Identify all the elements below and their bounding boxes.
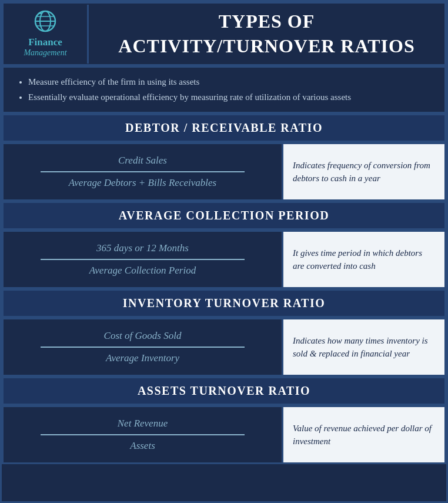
- main-title: TYPES OF ACTIVITY/TURNOVER RATIOS: [98, 9, 436, 58]
- section-header-1: AVERAGE COLLECTION PERIOD: [2, 201, 446, 230]
- formula-denominator-1: Average Collection Period: [89, 265, 196, 277]
- intro-section: Measure efficiency of the firm in using …: [2, 66, 446, 114]
- ratio-description-3: Value of revenue achieved per dollar of …: [283, 407, 444, 462]
- formula-denominator-0: Average Debtors + Bills Receivables: [69, 177, 216, 189]
- formula-numerator-2: Cost of Goods Sold: [104, 330, 182, 342]
- ratio-formula-0: Credit Sales Average Debtors + Bills Rec…: [4, 144, 283, 199]
- ratio-formula-1: 365 days or 12 Months Average Collection…: [4, 232, 283, 287]
- formula-denominator-3: Assets: [130, 440, 155, 452]
- intro-item-2: Essentially evaluate operational efficie…: [28, 90, 433, 105]
- section-header-text-1: AVERAGE COLLECTION PERIOD: [119, 209, 329, 222]
- ratio-row-1: 365 days or 12 Months Average Collection…: [2, 230, 446, 289]
- section-header-text-2: INVENTORY TURNOVER RATIO: [123, 297, 326, 309]
- section-header-0: DEBTOR / RECEIVABLE RATIO: [2, 114, 446, 142]
- ratio-description-text-3: Value of revenue achieved per dollar of …: [293, 422, 435, 448]
- formula-numerator-0: Credit Sales: [118, 155, 167, 166]
- ratio-row-2: Cost of Goods Sold Average Inventory Ind…: [2, 318, 446, 377]
- logo-text-management: Management: [24, 48, 66, 58]
- ratio-description-0: Indicates frequency of conversion from d…: [283, 144, 444, 199]
- logo-box: Finance Management: [4, 5, 89, 64]
- formula-divider-2: [41, 347, 244, 348]
- ratio-formula-2: Cost of Goods Sold Average Inventory: [4, 319, 283, 375]
- formula-denominator-2: Average Inventory: [106, 352, 179, 364]
- ratio-description-1: It gives time period in which debtors ar…: [283, 232, 444, 287]
- logo-text-finance: Finance: [28, 36, 62, 48]
- section-header-text-0: DEBTOR / RECEIVABLE RATIO: [125, 121, 323, 134]
- ratio-formula-3: Net Revenue Assets: [4, 407, 283, 462]
- intro-list: Measure efficiency of the firm in using …: [15, 75, 433, 105]
- ratio-description-text-2: Indicates how many times inventory is so…: [293, 334, 435, 361]
- logo-icon: [34, 10, 56, 36]
- ratio-row-3: Net Revenue Assets Value of revenue achi…: [2, 405, 446, 464]
- formula-numerator-1: 365 days or 12 Months: [96, 242, 189, 254]
- main-title-box: TYPES OF ACTIVITY/TURNOVER RATIOS: [89, 4, 444, 64]
- intro-item-1: Measure efficiency of the firm in using …: [28, 75, 433, 90]
- ratio-row-0: Credit Sales Average Debtors + Bills Rec…: [2, 142, 446, 201]
- formula-divider-3: [41, 434, 244, 435]
- formula-numerator-3: Net Revenue: [118, 418, 168, 429]
- ratio-description-text-1: It gives time period in which debtors ar…: [293, 246, 435, 273]
- formula-divider-1: [41, 259, 244, 260]
- section-header-2: INVENTORY TURNOVER RATIO: [2, 289, 446, 318]
- section-header-3: ASSETS TURNOVER RATIO: [2, 377, 446, 405]
- ratio-description-2: Indicates how many times inventory is so…: [283, 319, 444, 375]
- section-header-text-3: ASSETS TURNOVER RATIO: [138, 384, 310, 397]
- sections-container: DEBTOR / RECEIVABLE RATIO Credit Sales A…: [2, 114, 446, 464]
- formula-divider-0: [41, 171, 244, 172]
- page-header: Finance Management TYPES OF ACTIVITY/TUR…: [2, 2, 446, 66]
- ratio-description-text-0: Indicates frequency of conversion from d…: [293, 159, 435, 185]
